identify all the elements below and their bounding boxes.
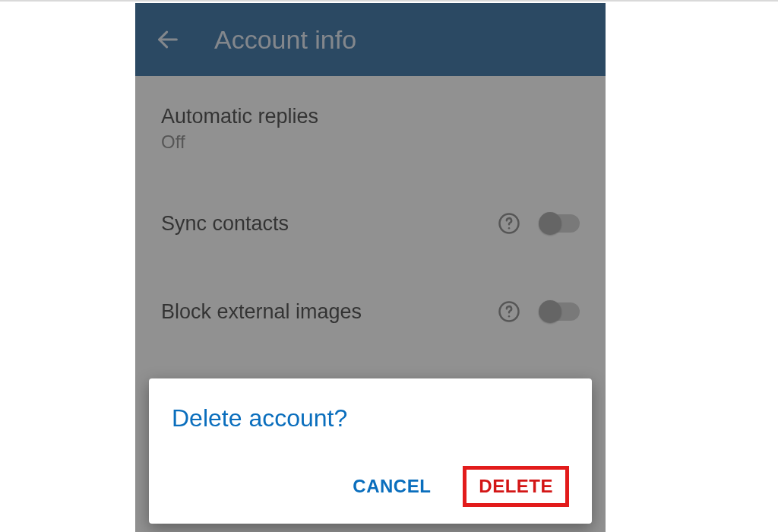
help-icon[interactable] [496,299,522,325]
setting-sync-contacts[interactable]: Sync contacts [135,191,606,256]
settings-list: Automatic replies Off Sync contacts [135,76,606,344]
viewport: Account info Automatic replies Off Sync … [0,0,778,532]
spacer [135,173,606,191]
back-icon[interactable] [153,25,182,54]
svg-point-2 [508,227,511,230]
app-bar: Account info [135,3,606,76]
toggle-knob [539,212,561,235]
setting-text: Block external images [161,300,496,324]
setting-text: Sync contacts [161,212,496,236]
setting-status: Off [161,131,580,153]
setting-label: Automatic replies [161,105,580,128]
cancel-button[interactable]: CANCEL [342,468,441,505]
setting-block-external-images[interactable]: Block external images [135,279,606,344]
delete-account-dialog: Delete account? CANCEL DELETE [149,378,592,524]
help-icon[interactable] [496,211,522,236]
delete-button[interactable]: DELETE [463,466,569,507]
page-title: Account info [214,25,356,55]
dialog-title: Delete account? [172,404,569,432]
svg-point-4 [508,315,511,318]
phone-frame: Account info Automatic replies Off Sync … [135,3,606,532]
toggle-sync-contacts[interactable] [540,214,580,233]
dialog-actions: CANCEL DELETE [172,466,569,507]
setting-label: Block external images [161,300,496,324]
toggle-knob [539,300,561,323]
spacer [135,256,606,279]
toggle-block-images[interactable] [540,302,580,321]
setting-text: Automatic replies Off [161,105,580,153]
setting-label: Sync contacts [161,212,496,236]
setting-automatic-replies[interactable]: Automatic replies Off [135,85,606,173]
